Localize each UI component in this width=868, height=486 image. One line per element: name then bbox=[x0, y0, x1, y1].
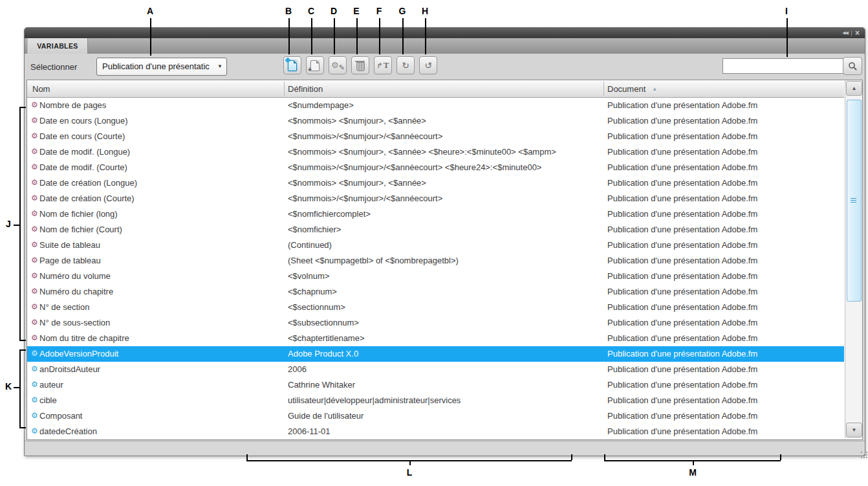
table-row[interactable]: ⚙Date de modif. (Longue)<$nommois> <$num… bbox=[27, 144, 844, 160]
system-variable-icon: ⚙ bbox=[31, 302, 38, 311]
table-row[interactable]: ⚙Nombre de pages<$numdempage>Publication… bbox=[27, 98, 844, 113]
select-label: Sélectionner bbox=[30, 62, 77, 72]
column-divider[interactable] bbox=[284, 82, 285, 96]
table-row[interactable]: ⚙cibleutilisateur|développeur|administra… bbox=[27, 393, 844, 408]
table-row[interactable]: ⚙Date en cours (Longue)<$nommois> <$numj… bbox=[27, 113, 844, 129]
table-row[interactable]: ⚙ComposantGuide de l'utilisateurPublicat… bbox=[27, 408, 844, 424]
cell-definition: Cathrine Whitaker bbox=[288, 380, 355, 390]
table-row[interactable]: ⚙Nom du titre de chapitre<$chaptertitlen… bbox=[27, 331, 844, 346]
system-variable-icon: ⚙ bbox=[31, 333, 38, 342]
table-row[interactable]: ⚙Nom de fichier (Court)<$nomfichier>Publ… bbox=[27, 222, 844, 237]
column-header-definition[interactable]: Définition bbox=[288, 80, 323, 97]
callout-line-h bbox=[425, 18, 426, 54]
cell-definition: <$chapnum> bbox=[288, 287, 337, 296]
cell-definition: <$nummois>/<$numjour>/<$annéecourt> <$he… bbox=[288, 162, 541, 172]
refresh-button[interactable]: ↻ bbox=[396, 56, 415, 74]
titlebar-controls: ◀◀ × bbox=[842, 28, 860, 38]
cell-nom: Numéro du volume bbox=[39, 271, 111, 281]
table-row[interactable]: ⚙Date en cours (Courte)<$nummois>/<$numj… bbox=[27, 129, 844, 144]
vertical-scrollbar[interactable]: ▲ ▼ bbox=[845, 80, 862, 438]
cell-definition: (Sheet <$numpagetbl> of <$nombrepagetbl>… bbox=[288, 256, 459, 265]
search-input[interactable] bbox=[722, 58, 849, 74]
cell-document: Publication d'une présentation Adobe.fm bbox=[607, 333, 757, 343]
column-divider[interactable] bbox=[603, 82, 604, 96]
scroll-down-button[interactable]: ▼ bbox=[846, 423, 862, 437]
cell-document: Publication d'une présentation Adobe.fm bbox=[607, 271, 757, 281]
user-variable-icon: ⚙ bbox=[31, 349, 38, 358]
user-variable-icon: ⚙ bbox=[31, 364, 38, 373]
cell-nom: anDroitsdAuteur bbox=[39, 364, 100, 374]
add-page-icon: + bbox=[310, 60, 320, 71]
cell-definition: 2006 bbox=[288, 364, 307, 374]
cell-document: Publication d'une présentation Adobe.fm bbox=[607, 411, 757, 421]
cell-nom: Numéro du chapitre bbox=[39, 287, 113, 296]
resize-grip[interactable] bbox=[861, 452, 862, 453]
table-row[interactable]: ⚙N° de sous-section<$subsectionnum>Publi… bbox=[27, 315, 844, 331]
edit-variable-button[interactable]: ⚙ ✎ bbox=[329, 56, 347, 74]
callout-line-c bbox=[311, 18, 312, 54]
cell-definition: <$subsectionnum> bbox=[288, 318, 359, 327]
callout-tick bbox=[604, 454, 605, 460]
cell-document: Publication d'une présentation Adobe.fm bbox=[607, 287, 757, 296]
cell-nom: Nombre de pages bbox=[39, 100, 106, 110]
system-variable-icon: ⚙ bbox=[31, 271, 38, 280]
callout-stem-m bbox=[693, 461, 694, 465]
table-row[interactable]: ⚙datedeCréation2006-11-01Publication d'u… bbox=[27, 424, 844, 439]
cell-nom: Suite de tableau bbox=[39, 240, 100, 250]
table-row[interactable]: ⚙AdobeVersionProduitAdobe Product X.0Pub… bbox=[27, 346, 844, 362]
callout-tick bbox=[19, 349, 26, 351]
cell-document: Publication d'une présentation Adobe.fm bbox=[607, 256, 757, 265]
table-row[interactable]: ⚙Suite de tableau(Continued)Publication … bbox=[27, 237, 844, 253]
table-row[interactable]: ⚙Date de modif. (Courte)<$nummois>/<$num… bbox=[27, 160, 844, 175]
scroll-up-button[interactable]: ▲ bbox=[846, 81, 862, 96]
cell-nom: datedeCréation bbox=[39, 426, 97, 436]
scrollbar-thumb[interactable] bbox=[847, 100, 862, 302]
close-panel-icon[interactable]: × bbox=[855, 30, 860, 36]
cell-definition: <$nummois>/<$numjour>/<$annéecourt> bbox=[288, 131, 442, 141]
revert-button[interactable]: ↺ bbox=[419, 56, 437, 74]
table-row[interactable]: ⚙Nom de fichier (long)<$nomfichiercomple… bbox=[27, 206, 844, 222]
variables-table: Nom Définition Document ▲ ⚙Nombre de pag… bbox=[27, 80, 863, 440]
cell-nom: Date en cours (Longue) bbox=[39, 116, 128, 126]
table-row[interactable]: ⚙Date de création (Longue)<$nommois> <$n… bbox=[27, 175, 844, 191]
screenshot-page: ABCDEFGHIJKLM ◀◀ × VARIABLES Sélectionne… bbox=[0, 0, 868, 486]
callout-letter-a: A bbox=[147, 6, 153, 16]
table-row[interactable]: ⚙auteurCathrine WhitakerPublication d'un… bbox=[27, 377, 844, 393]
callout-letter-l: L bbox=[407, 467, 413, 478]
chevron-down-icon: ▼ bbox=[217, 63, 222, 69]
search-button[interactable] bbox=[843, 57, 862, 75]
column-header-document[interactable]: Document ▲ bbox=[607, 80, 657, 97]
callout-letter-c: C bbox=[308, 6, 314, 16]
table-row[interactable]: ⚙Numéro du chapitre<$chapnum>Publication… bbox=[27, 284, 844, 300]
callout-tick bbox=[780, 454, 781, 460]
variables-panel: ◀◀ × VARIABLES Sélectionner Publication … bbox=[24, 27, 865, 456]
trash-icon bbox=[356, 62, 365, 71]
system-variable-icon: ⚙ bbox=[31, 131, 38, 140]
cell-document: Publication d'une présentation Adobe.fm bbox=[607, 380, 757, 390]
cell-nom: Date de création (Courte) bbox=[39, 193, 135, 203]
document-flow-dropdown[interactable]: Publication d'une présentatic ▼ bbox=[96, 58, 227, 76]
cell-nom: Date en cours (Courte) bbox=[39, 131, 125, 141]
system-variable-icon: ⚙ bbox=[31, 287, 38, 296]
cell-document: Publication d'une présentation Adobe.fm bbox=[607, 100, 757, 110]
callout-tick bbox=[19, 340, 26, 341]
table-row[interactable]: ⚙Numéro du volume<$volnum>Publication d'… bbox=[27, 269, 844, 284]
create-variable-button[interactable] bbox=[283, 56, 301, 74]
table-row[interactable]: ⚙Date de création (Courte)<$nummois>/<$n… bbox=[27, 191, 844, 206]
collapse-panel-icon[interactable]: ◀◀ bbox=[842, 30, 848, 36]
status-bar bbox=[25, 441, 865, 456]
tab-variables[interactable]: VARIABLES bbox=[27, 38, 88, 54]
callout-tick bbox=[19, 107, 26, 108]
cell-document: Publication d'une présentation Adobe.fm bbox=[607, 178, 757, 188]
convert-to-text-button[interactable]: ↱T bbox=[374, 56, 392, 74]
column-header-nom[interactable]: Nom bbox=[32, 80, 50, 97]
panel-toolbar: Sélectionner Publication d'une présentat… bbox=[25, 54, 865, 81]
cell-document: Publication d'une présentation Adobe.fm bbox=[607, 209, 757, 219]
cell-nom: N° de sous-section bbox=[39, 318, 110, 327]
table-row[interactable]: ⚙Page de tableau(Sheet <$numpagetbl> of … bbox=[27, 253, 844, 269]
add-variable-button[interactable]: + bbox=[306, 56, 324, 74]
table-row[interactable]: ⚙anDroitsdAuteur2006Publication d'une pr… bbox=[27, 362, 844, 377]
delete-variable-button[interactable] bbox=[351, 56, 369, 74]
table-row[interactable]: ⚙N° de section<$sectionnum>Publication d… bbox=[27, 300, 844, 315]
callout-bracket-j bbox=[19, 107, 21, 340]
